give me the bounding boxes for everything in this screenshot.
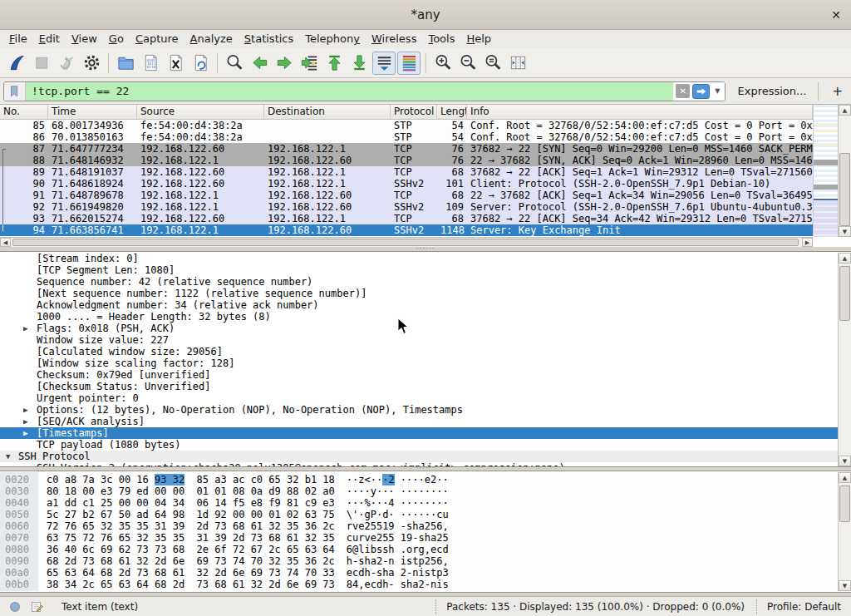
- detail-row[interactable]: ▶[Timestamps]: [0, 427, 838, 439]
- zoom-out-button[interactable]: [456, 52, 480, 75]
- collapsed-expander-icon[interactable]: ▶: [23, 416, 27, 427]
- hex-row-00a0[interactable]: 00a065 63 64 68 2d 73 68 61 32 2d 6e 69 …: [0, 567, 838, 579]
- column-header-destination[interactable]: Destination: [264, 105, 391, 119]
- column-header-length[interactable]: Length: [437, 105, 467, 119]
- detail-row[interactable]: Checksum: 0x79ed [unverified]: [0, 369, 838, 381]
- packet-row-87[interactable]: 8771.647777234192.168.122.60192.168.122.…: [0, 143, 813, 155]
- open-file-button[interactable]: [114, 52, 137, 75]
- filter-apply-icon[interactable]: [692, 84, 710, 99]
- close-file-button[interactable]: [164, 52, 187, 75]
- menu-capture[interactable]: Capture: [130, 30, 184, 48]
- hex-row-0050[interactable]: 00505c 27 b2 67 50 ad 64 98 1d 92 00 00 …: [0, 509, 838, 520]
- start-capture-button[interactable]: [5, 52, 28, 75]
- packet-row-93[interactable]: 9371.662015274192.168.122.60192.168.122.…: [0, 213, 813, 224]
- menu-edit[interactable]: Edit: [33, 30, 66, 48]
- hex-row-0030[interactable]: 003080 18 00 e3 79 ed 00 00 01 01 08 0a …: [0, 485, 838, 497]
- menu-statistics[interactable]: Statistics: [239, 30, 299, 48]
- scroll-right-icon[interactable]: ▶: [802, 238, 813, 247]
- column-header-source[interactable]: Source: [137, 105, 264, 119]
- packet-row-90[interactable]: 9071.648618924192.168.122.60192.168.122.…: [0, 178, 813, 190]
- packet-row-91[interactable]: 9171.648789678192.168.122.1192.168.122.6…: [0, 190, 813, 201]
- detail-row[interactable]: Urgent pointer: 0: [0, 392, 838, 404]
- menu-analyze[interactable]: Analyze: [184, 30, 239, 48]
- scrollbar-thumb[interactable]: [12, 239, 799, 246]
- hex-row-00b0[interactable]: 00b038 34 2c 65 63 64 68 2d 73 68 61 32 …: [0, 579, 838, 590]
- detail-row[interactable]: ▶[SEQ/ACK analysis]: [0, 416, 838, 427]
- expert-info-icon[interactable]: [7, 599, 22, 614]
- go-last-button[interactable]: [347, 52, 371, 75]
- find-packet-button[interactable]: [223, 52, 246, 75]
- collapsed-expander-icon[interactable]: ▶: [23, 323, 27, 334]
- details-vscrollbar[interactable]: ▲ ▼: [838, 253, 851, 466]
- expanded-expander-icon[interactable]: ▼: [6, 451, 10, 462]
- collapsed-expander-icon[interactable]: ▶: [23, 427, 27, 439]
- detail-row[interactable]: [Next sequence number: 1122 (relative se…: [0, 288, 838, 299]
- scroll-down-icon[interactable]: ▼: [839, 456, 851, 466]
- scrollbar-thumb[interactable]: [839, 485, 850, 522]
- detail-row[interactable]: Sequence number: 42 (relative sequence n…: [0, 276, 838, 288]
- capture-comment-icon[interactable]: [29, 599, 45, 614]
- save-file-button[interactable]: 010110110110: [139, 52, 162, 75]
- stop-capture-button[interactable]: [30, 52, 53, 75]
- packet-row-88[interactable]: 8871.648146932192.168.122.1192.168.122.6…: [0, 155, 813, 166]
- resize-columns-button[interactable]: [506, 52, 529, 75]
- packet-row-85[interactable]: 8568.001734936fe:54:00:d4:38:2aSTP54Conf…: [0, 120, 813, 131]
- scroll-down-icon[interactable]: ▼: [839, 580, 851, 591]
- column-header-no[interactable]: No.: [0, 105, 48, 119]
- restart-capture-button[interactable]: [55, 52, 78, 75]
- scrollbar-thumb[interactable]: [839, 266, 850, 321]
- hex-row-0080[interactable]: 008036 40 6c 69 62 73 73 68 2e 6f 72 67 …: [0, 544, 838, 555]
- detail-row[interactable]: [Window size scaling factor: 128]: [0, 357, 838, 369]
- detail-row[interactable]: ▼SSH Protocol: [0, 451, 838, 462]
- packet-row-94[interactable]: 9471.663856741192.168.122.1192.168.122.6…: [0, 224, 813, 236]
- detail-row[interactable]: TCP payload (1080 bytes): [0, 439, 838, 451]
- menu-tools[interactable]: Tools: [422, 30, 460, 48]
- scroll-up-icon[interactable]: ▲: [839, 472, 851, 483]
- hex-row-0070[interactable]: 007063 75 72 76 65 32 35 35 31 39 2d 73 …: [0, 532, 838, 544]
- filter-clear-icon[interactable]: ✕: [676, 84, 690, 98]
- packet-row-86[interactable]: 8670.013850163fe:54:00:d4:38:2aSTP54Conf…: [0, 131, 813, 143]
- detail-row[interactable]: [Stream index: 0]: [0, 253, 838, 264]
- menu-telephony[interactable]: Telephony: [299, 30, 366, 48]
- hex-row-0060[interactable]: 006072 76 65 32 35 35 31 39 2d 73 68 61 …: [0, 520, 838, 532]
- detail-row[interactable]: 1000 .... = Header Length: 32 bytes (8): [0, 311, 838, 323]
- profile-status[interactable]: Profile: Default: [756, 599, 844, 614]
- go-first-button[interactable]: [322, 52, 346, 75]
- close-icon[interactable]: ✕: [831, 0, 841, 30]
- add-filter-button[interactable]: +: [827, 84, 848, 99]
- scroll-up-icon[interactable]: ▲: [839, 105, 851, 116]
- detail-row[interactable]: [Calculated window size: 29056]: [0, 346, 838, 357]
- packet-list-vscrollbar[interactable]: ▲ ▼: [838, 105, 851, 237]
- detail-row[interactable]: ▶Options: (12 bytes), No-Operation (NOP)…: [0, 404, 838, 416]
- scroll-up-icon[interactable]: ▲: [839, 253, 851, 264]
- detail-row[interactable]: Acknowledgment number: 34 (relative ack …: [0, 299, 838, 311]
- packet-row-89[interactable]: 8971.648191037192.168.122.60192.168.122.…: [0, 166, 813, 178]
- filter-history-caret-icon[interactable]: ▼: [712, 87, 722, 95]
- packet-list-hscrollbar[interactable]: ◀ ▶: [0, 237, 813, 247]
- colorize-button[interactable]: [397, 52, 421, 75]
- scroll-down-icon[interactable]: ▼: [839, 226, 851, 237]
- menu-wireless[interactable]: Wireless: [366, 30, 422, 48]
- column-header-protocol[interactable]: Protocol: [391, 105, 437, 119]
- collapsed-expander-icon[interactable]: ▶: [23, 404, 27, 416]
- column-header-info[interactable]: Info: [467, 105, 813, 119]
- menu-help[interactable]: Help: [460, 30, 497, 48]
- scroll-left-icon[interactable]: ◀: [0, 238, 11, 247]
- packet-row-92[interactable]: 9271.661949820192.168.122.1192.168.122.6…: [0, 201, 813, 213]
- hex-row-0040[interactable]: 0040a1 dd c1 25 00 00 04 34 06 14 f5 e8 …: [0, 497, 838, 509]
- scrollbar-thumb[interactable]: [839, 153, 850, 226]
- go-forward-button[interactable]: [273, 52, 296, 75]
- go-to-packet-button[interactable]: [298, 52, 321, 75]
- hex-row-0020[interactable]: 0020c0 a8 7a 3c 00 16 93 32 85 a3 ac c0 …: [0, 474, 838, 485]
- filter-bookmark-icon[interactable]: [4, 82, 26, 101]
- detail-row[interactable]: Window size value: 227: [0, 334, 838, 346]
- detail-row[interactable]: [TCP Segment Len: 1080]: [0, 264, 838, 276]
- bytes-vscrollbar[interactable]: ▲ ▼: [838, 472, 851, 591]
- expression-button[interactable]: Expression...: [737, 85, 806, 97]
- zoom-in-button[interactable]: [431, 52, 455, 75]
- menu-go[interactable]: Go: [103, 30, 130, 48]
- capture-options-button[interactable]: [80, 52, 103, 75]
- menu-view[interactable]: View: [66, 30, 103, 48]
- filter-input[interactable]: !tcp.port == 22 ✕ ▼: [3, 81, 726, 101]
- zoom-original-button[interactable]: [481, 52, 504, 75]
